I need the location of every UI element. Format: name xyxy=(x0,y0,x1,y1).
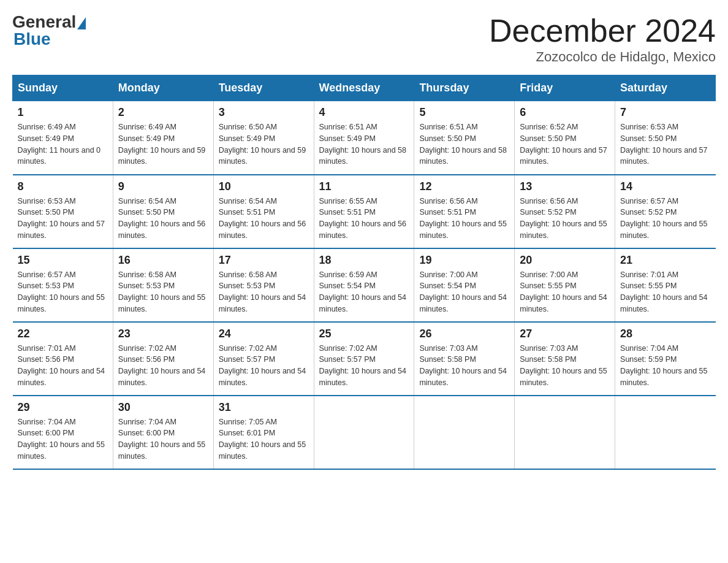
day-info: Sunrise: 6:52 AMSunset: 5:50 PMDaylight:… xyxy=(520,123,607,166)
title-block: December 2024 Zozocolco de Hidalgo, Mexi… xyxy=(489,12,716,65)
calendar-cell: 2 Sunrise: 6:49 AMSunset: 5:49 PMDayligh… xyxy=(113,101,213,175)
day-info: Sunrise: 7:03 AMSunset: 5:58 PMDaylight:… xyxy=(419,344,506,387)
day-number: 13 xyxy=(520,180,610,193)
day-info: Sunrise: 7:01 AMSunset: 5:55 PMDaylight:… xyxy=(620,270,707,313)
calendar-cell: 4 Sunrise: 6:51 AMSunset: 5:49 PMDayligh… xyxy=(314,101,414,175)
logo: General Blue xyxy=(12,12,86,49)
calendar-week-row: 1 Sunrise: 6:49 AMSunset: 5:49 PMDayligh… xyxy=(13,101,716,175)
calendar-week-row: 8 Sunrise: 6:53 AMSunset: 5:50 PMDayligh… xyxy=(13,175,716,248)
day-info: Sunrise: 6:54 AMSunset: 5:50 PMDaylight:… xyxy=(118,197,205,240)
calendar-cell: 5 Sunrise: 6:51 AMSunset: 5:50 PMDayligh… xyxy=(414,101,515,175)
page-header: General Blue December 2024 Zozocolco de … xyxy=(12,12,716,65)
calendar-cell: 15 Sunrise: 6:57 AMSunset: 5:53 PMDaylig… xyxy=(13,248,113,322)
day-number: 28 xyxy=(620,327,710,340)
day-info: Sunrise: 6:55 AMSunset: 5:51 PMDaylight:… xyxy=(319,197,406,240)
calendar-cell: 3 Sunrise: 6:50 AMSunset: 5:49 PMDayligh… xyxy=(213,101,314,175)
day-number: 3 xyxy=(219,106,309,119)
calendar-cell: 13 Sunrise: 6:56 AMSunset: 5:52 PMDaylig… xyxy=(515,175,615,248)
calendar-cell xyxy=(314,396,414,469)
day-number: 24 xyxy=(219,327,309,340)
day-number: 19 xyxy=(419,254,509,267)
calendar-cell: 12 Sunrise: 6:56 AMSunset: 5:51 PMDaylig… xyxy=(414,175,515,248)
column-header-saturday: Saturday xyxy=(615,75,716,101)
day-number: 17 xyxy=(219,254,309,267)
calendar-cell: 19 Sunrise: 7:00 AMSunset: 5:54 PMDaylig… xyxy=(414,248,515,322)
day-number: 5 xyxy=(419,106,509,119)
calendar-cell: 16 Sunrise: 6:58 AMSunset: 5:53 PMDaylig… xyxy=(113,248,213,322)
day-info: Sunrise: 7:04 AMSunset: 5:59 PMDaylight:… xyxy=(620,344,707,387)
calendar-cell: 8 Sunrise: 6:53 AMSunset: 5:50 PMDayligh… xyxy=(13,175,113,248)
calendar-cell: 25 Sunrise: 7:02 AMSunset: 5:57 PMDaylig… xyxy=(314,322,414,396)
day-info: Sunrise: 6:59 AMSunset: 5:54 PMDaylight:… xyxy=(319,270,406,313)
calendar-cell xyxy=(615,396,716,469)
day-info: Sunrise: 6:50 AMSunset: 5:49 PMDaylight:… xyxy=(219,123,306,166)
calendar-cell xyxy=(515,396,615,469)
day-info: Sunrise: 6:57 AMSunset: 5:53 PMDaylight:… xyxy=(18,270,105,313)
day-info: Sunrise: 6:53 AMSunset: 5:50 PMDaylight:… xyxy=(18,197,105,240)
calendar-cell: 18 Sunrise: 6:59 AMSunset: 5:54 PMDaylig… xyxy=(314,248,414,322)
day-info: Sunrise: 7:01 AMSunset: 5:56 PMDaylight:… xyxy=(18,344,105,387)
day-info: Sunrise: 6:58 AMSunset: 5:53 PMDaylight:… xyxy=(118,270,205,313)
day-number: 1 xyxy=(18,106,108,119)
column-header-sunday: Sunday xyxy=(13,75,113,101)
column-header-tuesday: Tuesday xyxy=(213,75,314,101)
day-number: 22 xyxy=(18,327,108,340)
calendar-cell xyxy=(414,396,515,469)
day-number: 10 xyxy=(219,180,309,193)
day-info: Sunrise: 6:49 AMSunset: 5:49 PMDaylight:… xyxy=(118,123,205,166)
day-number: 12 xyxy=(419,180,509,193)
calendar-cell: 7 Sunrise: 6:53 AMSunset: 5:50 PMDayligh… xyxy=(615,101,716,175)
calendar-cell: 11 Sunrise: 6:55 AMSunset: 5:51 PMDaylig… xyxy=(314,175,414,248)
day-info: Sunrise: 6:56 AMSunset: 5:52 PMDaylight:… xyxy=(520,197,607,240)
day-info: Sunrise: 6:53 AMSunset: 5:50 PMDaylight:… xyxy=(620,123,707,166)
calendar-cell: 30 Sunrise: 7:04 AMSunset: 6:00 PMDaylig… xyxy=(113,396,213,469)
day-number: 16 xyxy=(118,254,208,267)
calendar-header-row: SundayMondayTuesdayWednesdayThursdayFrid… xyxy=(13,75,716,101)
logo-triangle-icon xyxy=(77,17,86,29)
calendar-cell: 31 Sunrise: 7:05 AMSunset: 6:01 PMDaylig… xyxy=(213,396,314,469)
calendar-week-row: 15 Sunrise: 6:57 AMSunset: 5:53 PMDaylig… xyxy=(13,248,716,322)
month-title: December 2024 xyxy=(489,12,716,49)
calendar-cell: 24 Sunrise: 7:02 AMSunset: 5:57 PMDaylig… xyxy=(213,322,314,396)
day-info: Sunrise: 7:02 AMSunset: 5:56 PMDaylight:… xyxy=(118,344,205,387)
calendar-cell: 20 Sunrise: 7:00 AMSunset: 5:55 PMDaylig… xyxy=(515,248,615,322)
calendar-cell: 14 Sunrise: 6:57 AMSunset: 5:52 PMDaylig… xyxy=(615,175,716,248)
day-info: Sunrise: 6:49 AMSunset: 5:49 PMDaylight:… xyxy=(18,123,101,166)
day-info: Sunrise: 7:02 AMSunset: 5:57 PMDaylight:… xyxy=(319,344,406,387)
day-info: Sunrise: 7:00 AMSunset: 5:55 PMDaylight:… xyxy=(520,270,607,313)
day-number: 4 xyxy=(319,106,409,119)
day-info: Sunrise: 7:03 AMSunset: 5:58 PMDaylight:… xyxy=(520,344,607,387)
day-number: 2 xyxy=(118,106,208,119)
calendar-cell: 17 Sunrise: 6:58 AMSunset: 5:53 PMDaylig… xyxy=(213,248,314,322)
column-header-friday: Friday xyxy=(515,75,615,101)
day-number: 29 xyxy=(18,401,108,414)
day-number: 26 xyxy=(419,327,509,340)
day-number: 11 xyxy=(319,180,409,193)
day-number: 14 xyxy=(620,180,710,193)
day-info: Sunrise: 7:00 AMSunset: 5:54 PMDaylight:… xyxy=(419,270,506,313)
day-info: Sunrise: 7:02 AMSunset: 5:57 PMDaylight:… xyxy=(219,344,306,387)
calendar-cell: 10 Sunrise: 6:54 AMSunset: 5:51 PMDaylig… xyxy=(213,175,314,248)
logo-blue-text: Blue xyxy=(12,29,51,49)
day-info: Sunrise: 6:51 AMSunset: 5:49 PMDaylight:… xyxy=(319,123,406,166)
day-number: 6 xyxy=(520,106,610,119)
calendar-week-row: 22 Sunrise: 7:01 AMSunset: 5:56 PMDaylig… xyxy=(13,322,716,396)
day-info: Sunrise: 6:57 AMSunset: 5:52 PMDaylight:… xyxy=(620,197,707,240)
calendar-cell: 26 Sunrise: 7:03 AMSunset: 5:58 PMDaylig… xyxy=(414,322,515,396)
day-number: 30 xyxy=(118,401,208,414)
day-info: Sunrise: 6:54 AMSunset: 5:51 PMDaylight:… xyxy=(219,197,306,240)
calendar-cell: 28 Sunrise: 7:04 AMSunset: 5:59 PMDaylig… xyxy=(615,322,716,396)
day-number: 8 xyxy=(18,180,108,193)
location-subtitle: Zozocolco de Hidalgo, Mexico xyxy=(489,49,716,65)
day-number: 21 xyxy=(620,254,710,267)
calendar-cell: 6 Sunrise: 6:52 AMSunset: 5:50 PMDayligh… xyxy=(515,101,615,175)
day-number: 20 xyxy=(520,254,610,267)
calendar-cell: 23 Sunrise: 7:02 AMSunset: 5:56 PMDaylig… xyxy=(113,322,213,396)
column-header-monday: Monday xyxy=(113,75,213,101)
day-number: 15 xyxy=(18,254,108,267)
calendar-table: SundayMondayTuesdayWednesdayThursdayFrid… xyxy=(12,75,716,470)
day-info: Sunrise: 7:04 AMSunset: 6:00 PMDaylight:… xyxy=(118,418,205,461)
day-info: Sunrise: 7:05 AMSunset: 6:01 PMDaylight:… xyxy=(219,418,306,461)
calendar-cell: 22 Sunrise: 7:01 AMSunset: 5:56 PMDaylig… xyxy=(13,322,113,396)
day-info: Sunrise: 6:56 AMSunset: 5:51 PMDaylight:… xyxy=(419,197,506,240)
